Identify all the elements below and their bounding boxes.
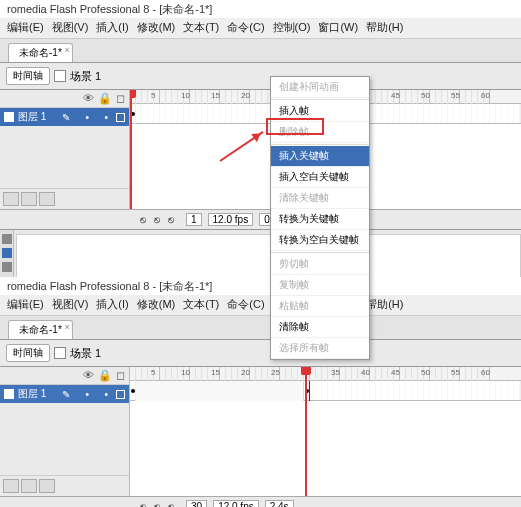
delete-layer-icon[interactable] (39, 192, 55, 206)
document-tab-strip: 未命名-1* × (0, 316, 521, 339)
layer-icon (4, 389, 14, 399)
ruler-number: 25 (271, 368, 280, 377)
frame-track[interactable] (130, 381, 521, 401)
onion-outline-icon[interactable]: ⎋ (154, 214, 166, 226)
layer-dot-icon: • (85, 112, 89, 123)
scene-label[interactable]: 场景 1 (70, 346, 101, 361)
menu-commands[interactable]: 命令(C) (227, 297, 264, 312)
onion-outline-icon[interactable]: ⎋ (154, 501, 166, 508)
timeline-area[interactable]: 5 10 15 20 25 30 35 40 45 50 5 (130, 367, 521, 496)
document-tab[interactable]: 未命名-1* × (8, 43, 73, 62)
timeline-status-bar: ⎋ ⎋ ⎋ 30 12.0 fps 2.4s (0, 497, 521, 507)
ruler-number: 45 (391, 91, 400, 100)
menu-edit[interactable]: 编辑(E) (7, 20, 44, 35)
timeline-workspace: 👁 🔒 ◻ 图层 1 ✎ • • 5 (0, 90, 521, 210)
document-tab-label: 未命名-1* (19, 324, 62, 335)
lock-icon[interactable]: 🔒 (98, 369, 112, 382)
playhead[interactable] (130, 90, 132, 209)
timeline-workspace: 👁 🔒 ◻ 图层 1 ✎ • • 5 (0, 367, 521, 497)
window-title: romedia Flash Professional 8 - [未命名-1*] (0, 277, 521, 295)
ruler-number: 55 (451, 368, 460, 377)
ctx-convert-keyframe[interactable]: 转换为关键帧 (271, 209, 369, 230)
menu-insert[interactable]: 插入(I) (96, 20, 128, 35)
elapsed-time: 2.4s (265, 500, 294, 507)
timeline-button[interactable]: 时间轴 (6, 344, 50, 362)
scene-toolbar: 时间轴 场景 1 (0, 339, 521, 367)
menu-view[interactable]: 视图(V) (52, 297, 89, 312)
timeline-status-bar: ⎋ ⎋ ⎋ 1 12.0 fps 0.0s (0, 210, 521, 229)
menu-text[interactable]: 文本(T) (183, 297, 219, 312)
ctx-copy-frames[interactable]: 复制帧 (271, 275, 369, 296)
scene-icon (54, 70, 66, 82)
scene-toolbar: 时间轴 场景 1 (0, 62, 521, 90)
window-title: romedia Flash Professional 8 - [未命名-1*] (0, 0, 521, 18)
onion-skin-icon[interactable]: ⎋ (140, 501, 152, 508)
ctx-clear-frames[interactable]: 清除帧 (271, 317, 369, 338)
timeline-ruler[interactable]: 5 10 15 20 25 30 35 40 45 50 5 (130, 367, 521, 381)
playhead[interactable] (305, 367, 307, 496)
layer-pencil-icon: ✎ (62, 112, 70, 123)
ctx-create-tween[interactable]: 创建补间动画 (271, 77, 369, 98)
outline-icon[interactable]: ◻ (116, 369, 125, 382)
ctx-select-all-frames[interactable]: 选择所有帧 (271, 338, 369, 359)
ruler-number: 10 (181, 368, 190, 377)
ctx-clear-keyframe[interactable]: 清除关键帧 (271, 188, 369, 209)
tool-item-icon[interactable] (2, 248, 12, 258)
layer-row[interactable]: 图层 1 ✎ • • (0, 108, 129, 126)
layer-dot-icon: • (85, 389, 89, 400)
eye-icon[interactable]: 👁 (83, 92, 94, 105)
ruler-number: 60 (481, 368, 490, 377)
ruler-number: 55 (451, 91, 460, 100)
layer-panel: 👁 🔒 ◻ 图层 1 ✎ • • (0, 367, 130, 496)
scene-icon (54, 347, 66, 359)
document-tab[interactable]: 未命名-1* × (8, 320, 73, 339)
new-layer-icon[interactable] (3, 192, 19, 206)
layer-header-icons: 👁 🔒 ◻ (0, 367, 129, 385)
menu-edit[interactable]: 编辑(E) (7, 297, 44, 312)
menu-window[interactable]: 窗口(W) (318, 20, 358, 35)
playhead-head-icon (130, 90, 136, 98)
fps-display: 12.0 fps (208, 213, 254, 226)
menu-help[interactable]: 帮助(H) (366, 20, 403, 35)
close-icon[interactable]: × (65, 322, 70, 332)
fps-display: 12.0 fps (213, 500, 259, 507)
menu-help[interactable]: 帮助(H) (366, 297, 403, 312)
menu-text[interactable]: 文本(T) (183, 20, 219, 35)
ruler-number: 35 (331, 368, 340, 377)
ctx-convert-blank-keyframe[interactable]: 转换为空白关键帧 (271, 230, 369, 251)
eye-icon[interactable]: 👁 (83, 369, 94, 382)
new-folder-icon[interactable] (21, 192, 37, 206)
screenshot-top: romedia Flash Professional 8 - [未命名-1*] … (0, 0, 521, 260)
ctx-paste-frames[interactable]: 粘贴帧 (271, 296, 369, 317)
delete-layer-icon[interactable] (39, 479, 55, 493)
tool-item-icon[interactable] (2, 234, 12, 244)
current-frame: 1 (186, 213, 202, 226)
ruler-number: 10 (181, 91, 190, 100)
timeline-button[interactable]: 时间轴 (6, 67, 50, 85)
menu-control[interactable]: 控制(O) (273, 20, 311, 35)
menu-modify[interactable]: 修改(M) (137, 20, 176, 35)
new-layer-icon[interactable] (3, 479, 19, 493)
close-icon[interactable]: × (65, 45, 70, 55)
menu-view[interactable]: 视图(V) (52, 20, 89, 35)
ctx-insert-blank-keyframe[interactable]: 插入空白关键帧 (271, 167, 369, 188)
layer-outline-box-icon (116, 390, 125, 399)
new-folder-icon[interactable] (21, 479, 37, 493)
tool-item-icon[interactable] (2, 262, 12, 272)
lock-icon[interactable]: 🔒 (98, 92, 112, 105)
outline-icon[interactable]: ◻ (116, 92, 125, 105)
layer-dot-icon: • (104, 112, 108, 123)
layer-name-label: 图层 1 (18, 387, 46, 401)
ctx-insert-keyframe[interactable]: 插入关键帧 (271, 146, 369, 167)
onion-skin-icon[interactable]: ⎋ (140, 214, 152, 226)
scene-label[interactable]: 场景 1 (70, 69, 101, 84)
menu-insert[interactable]: 插入(I) (96, 297, 128, 312)
menu-modify[interactable]: 修改(M) (137, 297, 176, 312)
layer-name-label: 图层 1 (18, 110, 46, 124)
menu-commands[interactable]: 命令(C) (227, 20, 264, 35)
ruler-number: 40 (361, 368, 370, 377)
ctx-cut-frames[interactable]: 剪切帧 (271, 254, 369, 275)
layer-row[interactable]: 图层 1 ✎ • • (0, 385, 129, 403)
edit-multi-icon[interactable]: ⎋ (168, 214, 180, 226)
edit-multi-icon[interactable]: ⎋ (168, 501, 180, 508)
